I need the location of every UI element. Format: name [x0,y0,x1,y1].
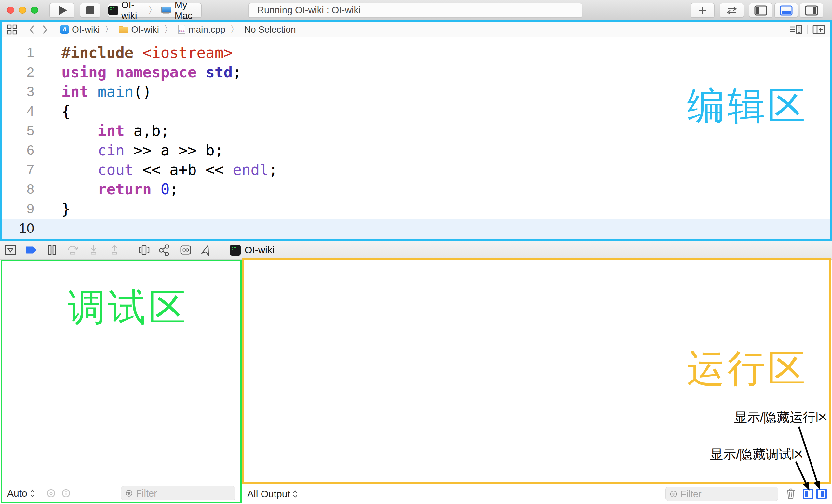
plus-icon [698,6,707,15]
variables-filter-field[interactable] [121,486,235,500]
quick-look-eye-icon[interactable] [46,488,57,498]
trash-icon[interactable] [785,488,796,500]
device-bezel-button[interactable] [180,244,192,256]
print-description-info-icon[interactable] [61,488,71,498]
breadcrumb-group[interactable]: OI-wiki [119,24,159,35]
add-editor-split-icon[interactable] [812,24,825,35]
code-text: return 0; [34,180,179,199]
editor-options-icon[interactable] [789,24,803,35]
toggle-debug-area-button[interactable] [775,3,798,18]
process-selector[interactable]: OI-wiki [230,244,275,256]
scope-dropdown[interactable]: Auto [7,488,35,499]
code-line[interactable]: 8 return 0; [2,180,830,199]
updown-chevrons-icon [30,489,35,498]
activity-status: Running OI-wiki : OI-wiki [249,3,582,18]
breadcrumb-selection[interactable]: No Selection [244,24,296,35]
pause-icon [46,244,58,256]
code-text: int main() [34,82,152,102]
version-editor-button[interactable] [720,3,744,18]
memory-graph-button[interactable] [159,244,171,256]
my-mac-icon [161,6,172,14]
process-app-icon [230,245,241,256]
scheme-target: OI-wiki [121,0,145,21]
related-items-icon[interactable] [7,24,17,35]
console-filter-field[interactable] [666,487,778,501]
breakpoints-icon [25,245,37,255]
stop-button[interactable] [80,3,100,18]
code-line[interactable]: 7 cout << a+b << endl; [2,160,830,180]
scheme-selector[interactable]: OI-wiki 〉 My Mac [108,3,202,18]
divider [799,489,800,499]
process-name: OI-wiki [244,244,275,256]
divider [221,244,222,256]
breakpoints-toggle-button[interactable] [25,244,37,256]
source-editor[interactable]: 1#include <iostream>2using namespace std… [2,37,830,239]
pause-button[interactable] [46,244,58,256]
console-bar: All Output [242,484,832,504]
new-tab-button[interactable] [691,3,714,18]
step-out-icon [108,244,121,256]
line-number: 10 [2,218,34,239]
simulate-location-button[interactable] [200,244,213,256]
run-button[interactable] [49,3,75,18]
close-button[interactable] [7,6,14,14]
toggle-navigator-button[interactable] [749,3,773,18]
code-line[interactable]: 10 [2,218,830,239]
code-text: using namespace std; [34,62,242,82]
breadcrumb-file[interactable]: C++ main.cpp [178,24,226,35]
code-line[interactable]: 2using namespace std; [2,62,830,82]
zoom-button[interactable] [31,6,38,14]
scheme-destination: My Mac [175,0,201,21]
code-line[interactable]: 1#include <iostream> [2,43,830,62]
step-over-button[interactable] [67,244,79,256]
breadcrumb-project[interactable]: A OI-wiki [60,24,100,35]
line-number: 5 [2,121,34,140]
line-number: 7 [2,160,34,180]
annotation-run-area: 运行区 [687,343,808,394]
console-filter-input[interactable] [680,489,774,500]
breadcrumb-separator: 〉 [230,23,240,36]
breadcrumb-label: No Selection [244,24,296,35]
line-number: 9 [2,199,34,218]
code-line[interactable]: 9} [2,199,830,218]
device-bezel-icon [180,244,192,256]
code-text: int a,b; [34,121,170,140]
folder-icon [119,26,128,33]
breadcrumb-label: OI-wiki [72,24,100,35]
line-number: 2 [2,62,34,82]
step-over-icon [67,244,79,256]
inspector-panel-icon [805,5,818,16]
filter-icon [125,489,133,498]
annotation-toggle-run: 显示/隐藏运行区 [734,408,829,426]
breadcrumb-separator: 〉 [104,23,114,36]
toggle-inspector-button[interactable] [800,3,823,18]
code-text: cout << a+b << endl; [34,160,278,180]
code-text: #include <iostream> [34,43,233,62]
line-number: 4 [2,102,34,121]
code-text: { [34,102,71,121]
output-dropdown-label: All Output [247,488,290,500]
output-dropdown[interactable]: All Output [247,488,297,500]
activity-status-text: Running OI-wiki : OI-wiki [257,5,360,16]
play-icon [59,6,67,15]
line-number: 6 [2,140,34,160]
minimize-button[interactable] [19,6,26,14]
back-button[interactable] [29,25,35,34]
toggle-variables-view-button[interactable] [803,489,813,499]
step-into-button[interactable] [87,244,100,256]
toggle-console-view-button[interactable] [816,489,827,499]
step-out-button[interactable] [108,244,121,256]
divider [807,25,808,34]
variables-filter-input[interactable] [136,488,231,499]
debug-bar: OI-wiki [0,241,832,260]
step-into-icon [87,244,100,256]
view-debugger-icon [138,244,150,256]
hide-debug-area-icon [4,244,17,256]
divider [129,244,129,256]
hide-debug-area-button[interactable] [4,244,17,256]
view-debugger-button[interactable] [138,244,150,256]
forward-button[interactable] [42,25,48,34]
code-text: cin >> a >> b; [34,140,224,160]
code-line[interactable]: 6 cin >> a >> b; [2,140,830,160]
breadcrumb-label: OI-wiki [131,24,159,35]
